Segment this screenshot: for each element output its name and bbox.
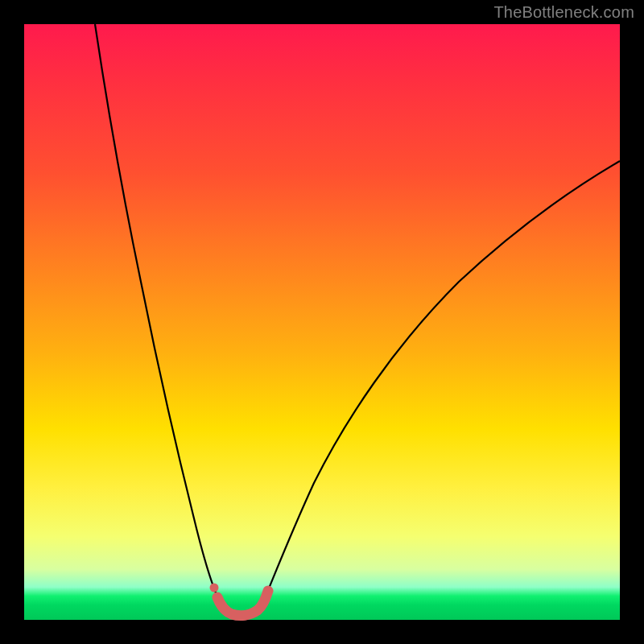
curve-layer bbox=[24, 24, 620, 620]
plot-area bbox=[24, 24, 620, 620]
chart-frame: TheBottleneck.com bbox=[0, 0, 644, 644]
curve-minimum-highlight bbox=[217, 591, 268, 616]
watermark-text: TheBottleneck.com bbox=[493, 3, 634, 22]
highlight-dot bbox=[210, 584, 219, 592]
curve-left-branch bbox=[95, 24, 221, 604]
curve-right-branch bbox=[262, 161, 620, 604]
